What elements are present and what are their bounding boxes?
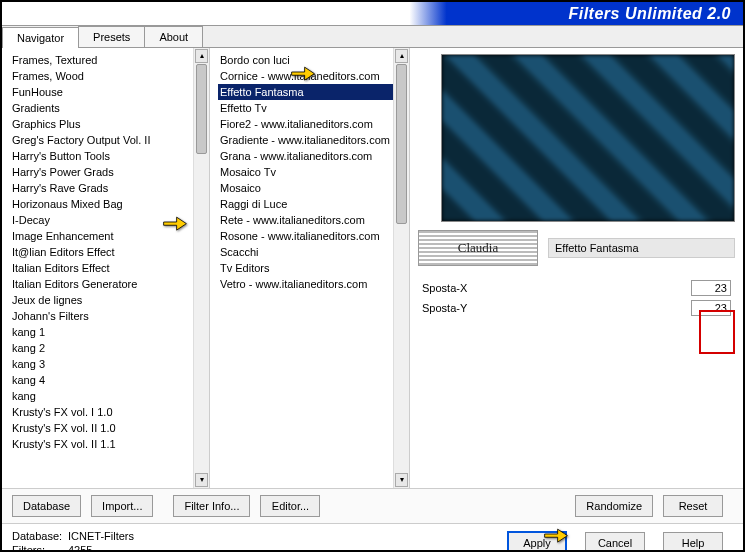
filter-list[interactable]: Bordo con luciCornice - www.italianedito…	[210, 48, 409, 488]
category-item[interactable]: Krusty's FX vol. II 1.0	[10, 420, 207, 436]
filter-item[interactable]: Fiore2 - www.italianeditors.com	[218, 116, 407, 132]
filter-item[interactable]: Gradiente - www.italianeditors.com	[218, 132, 407, 148]
pointer-hand-icon	[162, 212, 188, 232]
category-item[interactable]: kang	[10, 388, 207, 404]
param-label: Sposta-X	[422, 282, 467, 294]
scroll-thumb[interactable]	[196, 64, 207, 154]
param-label: Sposta-Y	[422, 302, 467, 314]
tab-navigator[interactable]: Navigator	[2, 27, 79, 48]
filter-item[interactable]: Mosaico	[218, 180, 407, 196]
database-value: ICNET-Filters	[68, 530, 134, 542]
category-item[interactable]: Krusty's FX vol. I 1.0	[10, 404, 207, 420]
scroll-down-icon[interactable]: ▾	[195, 473, 208, 487]
category-item[interactable]: Greg's Factory Output Vol. II	[10, 132, 207, 148]
filters-value: 4255	[68, 544, 92, 552]
tab-presets[interactable]: Presets	[78, 26, 145, 47]
category-item[interactable]: kang 3	[10, 356, 207, 372]
category-scrollbar[interactable]: ▴ ▾	[193, 48, 209, 488]
scroll-up-icon[interactable]: ▴	[395, 49, 408, 63]
filter-scrollbar[interactable]: ▴ ▾	[393, 48, 409, 488]
category-item[interactable]: Jeux de lignes	[10, 292, 207, 308]
status-info: Database: ICNET-Filters Filters: 4255	[12, 530, 134, 552]
filter-item[interactable]: Raggi di Luce	[218, 196, 407, 212]
category-item[interactable]: Harry's Button Tools	[10, 148, 207, 164]
database-button[interactable]: Database	[12, 495, 81, 517]
randomize-button[interactable]: Randomize	[575, 495, 653, 517]
filter-info-button[interactable]: Filter Info...	[173, 495, 250, 517]
pointer-hand-icon	[290, 62, 316, 82]
scroll-thumb[interactable]	[396, 64, 407, 224]
category-item[interactable]: kang 2	[10, 340, 207, 356]
category-item[interactable]: Johann's Filters	[10, 308, 207, 324]
status-database: Database: ICNET-Filters	[12, 530, 134, 542]
reset-button[interactable]: Reset	[663, 495, 723, 517]
category-column: Frames, TexturedFrames, WoodFunHouseGrad…	[2, 48, 210, 488]
help-button[interactable]: Help	[663, 532, 723, 552]
import-button[interactable]: Import...	[91, 495, 153, 517]
statusbar: Database: ICNET-Filters Filters: 4255 Ap…	[2, 523, 743, 552]
filter-header-row: Claudia Effetto Fantasma	[418, 228, 735, 268]
filter-item[interactable]: Vetro - www.italianeditors.com	[218, 276, 407, 292]
filter-item[interactable]: Effetto Fantasma	[218, 84, 407, 100]
footer-buttons: Apply Cancel Help	[507, 531, 733, 552]
category-item[interactable]: Italian Editors Effect	[10, 260, 207, 276]
filter-item[interactable]: Tv Editors	[218, 260, 407, 276]
param-row: Sposta-X	[418, 278, 735, 298]
tab-strip: Navigator Presets About	[2, 26, 743, 48]
toolbar-row: Database Import... Filter Info... Editor…	[2, 488, 743, 523]
filter-item[interactable]: Rete - www.italianeditors.com	[218, 212, 407, 228]
window-title: Filters Unlimited 2.0	[568, 5, 731, 23]
category-item[interactable]: kang 4	[10, 372, 207, 388]
category-item[interactable]: Harry's Power Grads	[10, 164, 207, 180]
titlebar: Filters Unlimited 2.0	[2, 2, 743, 26]
parameter-panel: Sposta-XSposta-Y	[418, 278, 735, 318]
category-item[interactable]: It@lian Editors Effect	[10, 244, 207, 260]
filter-column: Bordo con luciCornice - www.italianedito…	[210, 48, 410, 488]
content-area: Frames, TexturedFrames, WoodFunHouseGrad…	[2, 48, 743, 488]
filter-item[interactable]: Grana - www.italianeditors.com	[218, 148, 407, 164]
value-highlight-box	[699, 310, 735, 354]
tab-about[interactable]: About	[144, 26, 203, 47]
filter-item[interactable]: Mosaico Tv	[218, 164, 407, 180]
param-input[interactable]	[691, 280, 731, 296]
category-item[interactable]: Horizonaus Mixed Bag	[10, 196, 207, 212]
category-item[interactable]: Graphics Plus	[10, 116, 207, 132]
preview-column: Claudia Effetto Fantasma Sposta-XSposta-…	[410, 48, 743, 488]
author-logo: Claudia	[418, 230, 538, 266]
status-filters: Filters: 4255	[12, 544, 134, 552]
category-item[interactable]: Harry's Rave Grads	[10, 180, 207, 196]
category-item[interactable]: Gradients	[10, 100, 207, 116]
category-item[interactable]: Frames, Wood	[10, 68, 207, 84]
scroll-down-icon[interactable]: ▾	[395, 473, 408, 487]
selected-filter-name: Effetto Fantasma	[548, 238, 735, 258]
category-list[interactable]: Frames, TexturedFrames, WoodFunHouseGrad…	[2, 48, 209, 488]
category-item[interactable]: Frames, Textured	[10, 52, 207, 68]
filter-item[interactable]: Scacchi	[218, 244, 407, 260]
preview-image	[441, 54, 735, 222]
param-row: Sposta-Y	[418, 298, 735, 318]
database-label: Database:	[12, 530, 68, 542]
scroll-up-icon[interactable]: ▴	[195, 49, 208, 63]
filter-item[interactable]: Rosone - www.italianeditors.com	[218, 228, 407, 244]
category-item[interactable]: Krusty's FX vol. II 1.1	[10, 436, 207, 452]
pointer-hand-icon	[543, 524, 569, 544]
category-item[interactable]: FunHouse	[10, 84, 207, 100]
cancel-button[interactable]: Cancel	[585, 532, 645, 552]
category-item[interactable]: kang 1	[10, 324, 207, 340]
category-item[interactable]: Italian Editors Generatore	[10, 276, 207, 292]
preview-render	[442, 55, 734, 221]
filters-label: Filters:	[12, 544, 68, 552]
filter-window: Filters Unlimited 2.0 Navigator Presets …	[0, 0, 745, 552]
editor-button[interactable]: Editor...	[260, 495, 320, 517]
filter-item[interactable]: Effetto Tv	[218, 100, 407, 116]
